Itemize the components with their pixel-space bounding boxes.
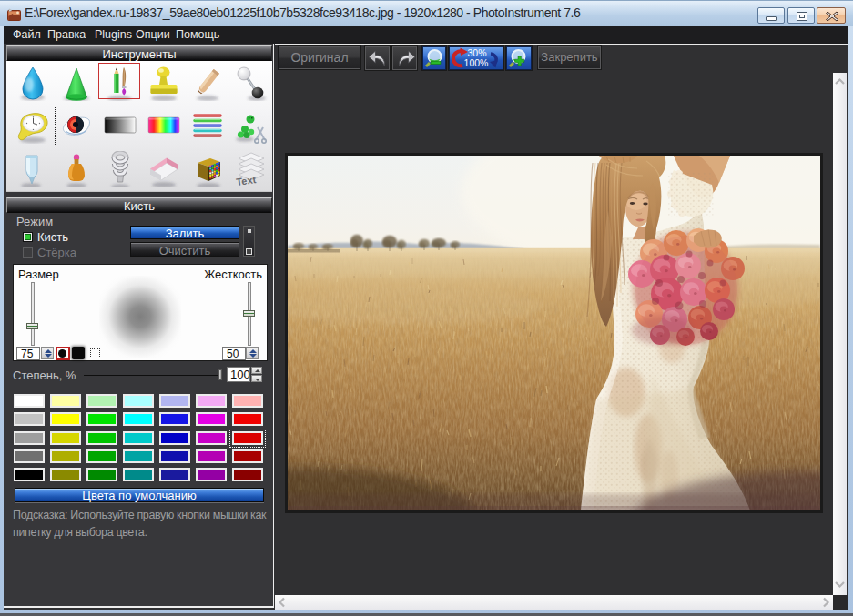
svg-text:100%: 100% <box>464 57 489 68</box>
svg-text:Text: Text <box>236 174 258 187</box>
